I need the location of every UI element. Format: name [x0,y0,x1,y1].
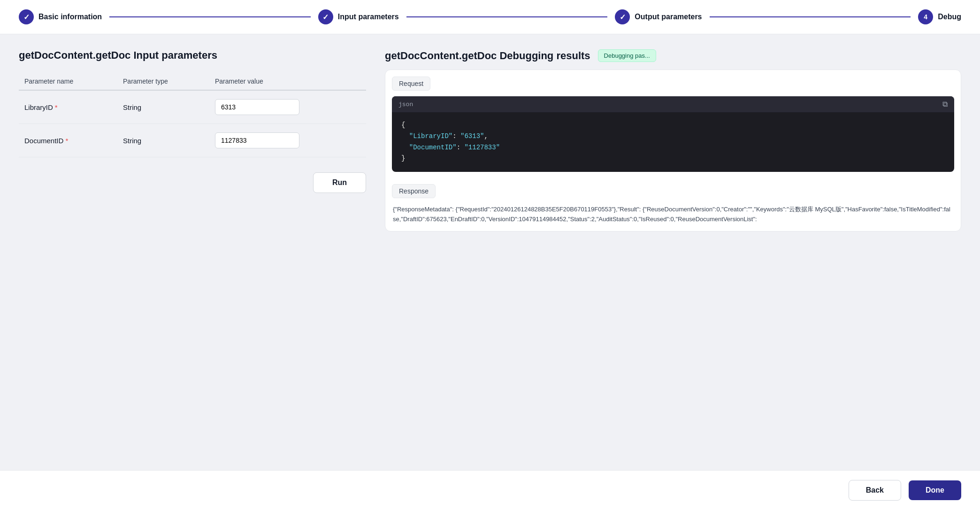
step-connector-2 [406,16,608,17]
json-library-value: "6313" [460,132,484,140]
param-type-cell: String [117,124,209,157]
json-block-header: json ⧉ [392,96,954,112]
debug-card: Request json ⧉ { "LibraryID": "6313", "D… [385,70,961,232]
step-connector-3 [710,16,911,17]
param-value-cell [209,90,366,124]
param-name-cell: LibraryID* [19,90,117,124]
step-input-params[interactable]: Input parameters [318,9,399,24]
param-value-input[interactable] [215,132,299,148]
step-circle-3 [615,9,630,24]
json-library-key: "LibraryID" [409,132,452,140]
col-header-value: Parameter value [209,73,366,90]
param-value-input[interactable] [215,99,299,115]
step-label-3: Output parameters [635,13,702,21]
json-block: json ⧉ { "LibraryID": "6313", "DocumentI… [392,96,954,172]
step-debug[interactable]: 4 Debug [918,9,961,24]
left-panel: getDocContent.getDoc Input parameters Pa… [19,49,366,455]
json-document-value: "1127833" [464,144,500,151]
left-panel-title: getDocContent.getDoc Input parameters [19,49,366,62]
step-connector-1 [109,16,311,17]
json-line-4: } [401,155,405,162]
step-label-4: Debug [938,13,961,21]
table-row: LibraryID*String [19,90,366,124]
back-button[interactable]: Back [849,480,901,501]
param-type-cell: String [117,90,209,124]
response-body: {"ResponseMetadata": {"RequestId":"20240… [385,198,961,231]
json-label: json [398,101,413,108]
run-button[interactable]: Run [313,172,366,193]
response-tab[interactable]: Response [392,184,436,198]
step-circle-2 [318,9,333,24]
col-header-type: Parameter type [117,73,209,90]
stepper: Basic information Input parameters Outpu… [0,0,980,34]
required-star: * [55,103,58,111]
request-tab[interactable]: Request [392,77,430,91]
right-panel-title: getDocContent.getDoc Debugging results [385,50,590,62]
params-table: Parameter name Parameter type Parameter … [19,73,366,157]
step-output-params[interactable]: Output parameters [615,9,702,24]
right-panel: getDocContent.getDoc Debugging results D… [385,49,961,455]
step-circle-1 [19,9,34,24]
table-header-row: Parameter name Parameter type Parameter … [19,73,366,90]
step-label-1: Basic information [38,13,102,21]
param-value-cell [209,124,366,157]
step-basic-info[interactable]: Basic information [19,9,102,24]
param-name-cell: DocumentID* [19,124,117,157]
step-label-2: Input parameters [338,13,399,21]
main-content: getDocContent.getDoc Input parameters Pa… [0,34,980,470]
table-row: DocumentID*String [19,124,366,157]
done-button[interactable]: Done [909,480,961,500]
step-circle-4: 4 [918,9,933,24]
right-panel-header: getDocContent.getDoc Debugging results D… [385,49,961,62]
json-line-1: { [401,121,405,129]
debug-status-badge: Debugging pas... [598,49,656,62]
step-number-4: 4 [924,13,927,21]
col-header-name: Parameter name [19,73,117,90]
copy-icon[interactable]: ⧉ [942,100,948,108]
json-document-key: "DocumentID" [409,144,457,151]
run-btn-row: Run [19,172,366,193]
required-star: * [65,137,68,145]
json-body: { "LibraryID": "6313", "DocumentID": "11… [392,112,954,172]
footer: Back Done [0,470,980,510]
